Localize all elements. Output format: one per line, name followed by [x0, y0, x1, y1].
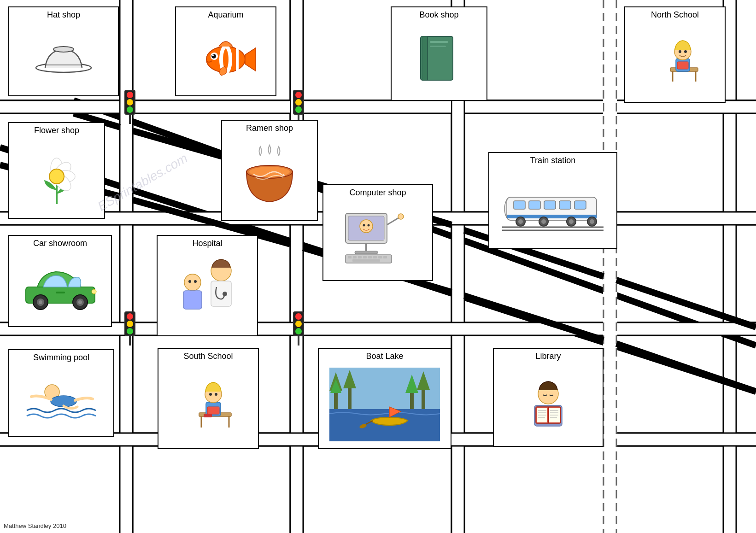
- ramen-shop-title: Ramen shop: [246, 123, 293, 133]
- svg-point-137: [569, 219, 574, 224]
- ramen-shop-image: [225, 135, 314, 217]
- svg-line-111: [387, 218, 399, 225]
- ramen-shop-card: Ramen shop: [221, 120, 318, 221]
- south-school-title: South School: [183, 351, 233, 361]
- svg-rect-31: [119, 0, 133, 533]
- svg-point-135: [541, 219, 546, 224]
- svg-rect-115: [346, 255, 392, 263]
- svg-point-85: [212, 54, 214, 56]
- watermark: ESprintables.com: [95, 151, 190, 214]
- svg-line-61: [616, 344, 756, 392]
- svg-point-154: [184, 274, 201, 291]
- svg-point-165: [209, 393, 212, 396]
- svg-point-155: [188, 280, 191, 283]
- library-image: [497, 363, 600, 443]
- svg-point-148: [78, 300, 82, 304]
- svg-rect-12: [120, 0, 133, 533]
- svg-point-153: [223, 292, 227, 296]
- hat-shop-card: Hat shop: [8, 6, 119, 96]
- aquarium-image: [179, 22, 273, 93]
- svg-rect-150: [56, 292, 65, 293]
- svg-point-97: [684, 50, 687, 53]
- svg-point-110: [368, 224, 370, 226]
- svg-rect-119: [363, 256, 367, 258]
- hat-shop-title: Hat shop: [47, 10, 80, 20]
- svg-point-145: [39, 300, 42, 304]
- svg-rect-34: [290, 0, 304, 533]
- swimming-pool-image: [12, 364, 111, 433]
- svg-point-96: [679, 50, 681, 53]
- svg-point-139: [590, 219, 594, 224]
- svg-rect-98: [677, 62, 688, 69]
- svg-point-112: [398, 214, 404, 219]
- svg-point-149: [92, 289, 96, 294]
- svg-rect-123: [383, 256, 387, 258]
- computer-shop-card: Computer shop: [322, 184, 433, 281]
- svg-rect-120: [368, 256, 372, 258]
- car-showroom-image: [12, 250, 108, 323]
- svg-rect-117: [353, 256, 357, 258]
- traffic-light-1: [124, 90, 135, 124]
- svg-rect-114: [355, 251, 378, 254]
- aquarium-title: Aquarium: [208, 10, 243, 20]
- svg-point-156: [194, 280, 197, 283]
- svg-rect-168: [204, 414, 212, 417]
- train-station-title: Train station: [530, 156, 575, 165]
- south-school-image: [161, 363, 255, 445]
- car-showroom-title: Car showroom: [33, 239, 87, 248]
- train-station-card: Train station: [488, 152, 617, 249]
- svg-point-133: [518, 219, 523, 224]
- svg-point-84: [211, 54, 216, 59]
- train-station-image: [492, 167, 614, 245]
- boat-lake-card: Boat Lake: [318, 348, 451, 449]
- south-school-card: South School: [158, 348, 259, 449]
- svg-rect-124: [352, 259, 380, 262]
- svg-rect-68: [304, 100, 451, 114]
- hospital-image: [160, 250, 254, 333]
- flower-shop-card: Flower shop: [8, 122, 105, 219]
- svg-line-60: [464, 296, 604, 340]
- north-school-card: North School: [624, 6, 726, 103]
- svg-rect-6: [0, 322, 756, 335]
- car-showroom-card: Car showroom: [8, 235, 112, 327]
- library-card: Library: [493, 348, 604, 447]
- svg-rect-116: [348, 256, 352, 258]
- svg-rect-43: [0, 322, 756, 336]
- svg-rect-87: [422, 36, 428, 80]
- north-school-image: [628, 22, 722, 100]
- svg-rect-129: [559, 201, 571, 209]
- svg-rect-89: [430, 41, 448, 43]
- traffic-light-3: [124, 311, 135, 346]
- credit: Matthew Standley 2010: [4, 522, 66, 529]
- svg-point-103: [49, 169, 64, 184]
- book-shop-card: Book shop: [391, 6, 487, 101]
- north-school-title: North School: [651, 10, 699, 20]
- book-shop-image: [394, 22, 484, 97]
- computer-shop-image: [326, 199, 429, 277]
- svg-rect-157: [183, 291, 202, 309]
- svg-rect-152: [211, 281, 231, 306]
- svg-point-108: [360, 220, 373, 233]
- svg-rect-128: [544, 201, 556, 209]
- hospital-title: Hospital: [192, 239, 222, 248]
- svg-rect-130: [574, 201, 586, 209]
- svg-rect-65: [133, 100, 290, 114]
- svg-rect-90: [430, 46, 446, 47]
- flower-shop-image: [12, 137, 101, 215]
- swimming-pool-title: Swimming pool: [33, 353, 89, 363]
- svg-rect-167: [207, 407, 219, 414]
- svg-rect-49: [603, 0, 617, 533]
- svg-line-56: [616, 280, 756, 327]
- svg-point-78: [53, 47, 74, 52]
- aquarium-card: Aquarium: [175, 6, 276, 96]
- svg-rect-62: [0, 100, 119, 114]
- svg-rect-127: [529, 201, 540, 209]
- hospital-card: Hospital: [157, 235, 258, 336]
- svg-rect-118: [358, 256, 362, 258]
- flower-shop-title: Flower shop: [34, 126, 79, 135]
- boat-lake-title: Boat Lake: [366, 351, 403, 361]
- hat-shop-image: [12, 22, 115, 93]
- library-title: Library: [535, 351, 561, 361]
- traffic-light-2: [293, 90, 304, 124]
- swimming-pool-card: Swimming pool: [8, 349, 114, 437]
